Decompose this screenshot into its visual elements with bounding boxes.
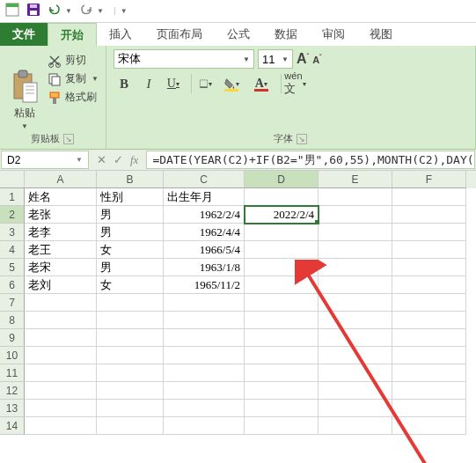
cell-D9[interactable] <box>245 329 319 347</box>
cell-E14[interactable] <box>319 417 392 435</box>
font-color-button[interactable]: A▾ <box>251 74 272 93</box>
tab-home[interactable]: 开始 <box>48 23 97 46</box>
cell-A1[interactable]: 姓名 <box>25 188 97 206</box>
cell-B5[interactable]: 男 <box>97 259 164 276</box>
cell-C8[interactable] <box>164 312 245 329</box>
cell-D11[interactable] <box>245 364 319 382</box>
cell-D10[interactable] <box>245 347 319 364</box>
cell-E3[interactable] <box>319 224 392 241</box>
clipboard-dialog-launcher[interactable]: ↘ <box>63 134 74 144</box>
row-header-2[interactable]: 2 <box>0 206 25 224</box>
fill-color-button[interactable]: ▾ <box>221 74 242 93</box>
cell-F12[interactable] <box>392 382 466 400</box>
cell-A12[interactable] <box>25 382 97 400</box>
cell-C3[interactable]: 1962/4/4 <box>164 224 245 241</box>
row-header-5[interactable]: 5 <box>0 259 25 276</box>
row-header-4[interactable]: 4 <box>0 241 25 259</box>
cell-D12[interactable] <box>245 382 319 400</box>
cell-B13[interactable] <box>97 400 164 417</box>
cell-D1[interactable] <box>245 188 319 206</box>
cell-F10[interactable] <box>392 347 466 364</box>
cell-F11[interactable] <box>392 364 466 382</box>
cell-E10[interactable] <box>319 347 392 364</box>
row-header-13[interactable]: 13 <box>0 400 25 417</box>
cell-F6[interactable] <box>392 276 466 294</box>
cell-E11[interactable] <box>319 364 392 382</box>
cell-F7[interactable] <box>392 294 466 312</box>
cell-C5[interactable]: 1963/1/8 <box>164 259 245 276</box>
tab-view[interactable]: 视图 <box>357 23 405 46</box>
cell-F1[interactable] <box>392 188 466 206</box>
cell-F14[interactable] <box>392 417 466 435</box>
cell-A6[interactable]: 老刘 <box>25 276 97 294</box>
cell-A4[interactable]: 老王 <box>25 241 97 259</box>
cell-F4[interactable] <box>392 241 466 259</box>
cell-C6[interactable]: 1965/11/2 <box>164 276 245 294</box>
cell-E9[interactable] <box>319 329 392 347</box>
cell-C2[interactable]: 1962/2/4 <box>164 206 245 224</box>
row-header-11[interactable]: 11 <box>0 364 25 382</box>
row-header-6[interactable]: 6 <box>0 276 25 294</box>
cell-F3[interactable] <box>392 224 466 241</box>
cell-C14[interactable] <box>164 417 245 435</box>
cell-B14[interactable] <box>97 417 164 435</box>
paste-button[interactable]: 粘贴 ▼ <box>7 49 42 130</box>
cell-A3[interactable]: 老李 <box>25 224 97 241</box>
cancel-formula-icon[interactable]: ✕ <box>97 153 106 166</box>
cell-B6[interactable]: 女 <box>97 276 164 294</box>
phonetic-button[interactable]: wén文▾ <box>281 74 302 93</box>
cell-C9[interactable] <box>164 329 245 347</box>
cell-C12[interactable] <box>164 382 245 400</box>
save-icon[interactable] <box>26 3 40 19</box>
cell-E7[interactable] <box>319 294 392 312</box>
cell-C11[interactable] <box>164 364 245 382</box>
cell-E4[interactable] <box>319 241 392 259</box>
cell-B1[interactable]: 性别 <box>97 188 164 206</box>
cell-D13[interactable] <box>245 400 319 417</box>
cell-E6[interactable] <box>319 276 392 294</box>
row-header-14[interactable]: 14 <box>0 417 25 435</box>
cell-C1[interactable]: 出生年月 <box>164 188 245 206</box>
cell-A11[interactable] <box>25 364 97 382</box>
column-header-C[interactable]: C <box>164 171 245 188</box>
column-header-F[interactable]: F <box>392 171 466 188</box>
row-header-1[interactable]: 1 <box>0 188 25 206</box>
copy-button[interactable]: 复制▼ <box>48 71 99 86</box>
cell-D14[interactable] <box>245 417 319 435</box>
tab-review[interactable]: 审阅 <box>310 23 357 46</box>
italic-button[interactable]: I <box>138 74 159 93</box>
cell-D7[interactable] <box>245 294 319 312</box>
cell-B8[interactable] <box>97 312 164 329</box>
cell-B9[interactable] <box>97 329 164 347</box>
cell-C13[interactable] <box>164 400 245 417</box>
cell-D2[interactable]: 2022/2/4 <box>245 206 319 224</box>
row-header-9[interactable]: 9 <box>0 329 25 347</box>
column-header-E[interactable]: E <box>319 171 392 188</box>
row-header-8[interactable]: 8 <box>0 312 25 329</box>
font-size-select[interactable]: 11▼ <box>258 49 293 69</box>
redo-dropdown[interactable]: ▼ <box>97 7 104 15</box>
cell-F2[interactable] <box>392 206 466 224</box>
cut-button[interactable]: 剪切 <box>48 53 99 68</box>
cell-B2[interactable]: 男 <box>97 206 164 224</box>
cell-A5[interactable]: 老宋 <box>25 259 97 276</box>
increase-font-icon[interactable]: Aˆ <box>297 51 309 67</box>
column-header-B[interactable]: B <box>97 171 164 188</box>
cell-B12[interactable] <box>97 382 164 400</box>
row-header-3[interactable]: 3 <box>0 224 25 241</box>
cell-A14[interactable] <box>25 417 97 435</box>
cell-C4[interactable]: 1966/5/4 <box>164 241 245 259</box>
row-header-10[interactable]: 10 <box>0 347 25 364</box>
cell-E1[interactable] <box>319 188 392 206</box>
cell-D4[interactable] <box>245 241 319 259</box>
tab-file[interactable]: 文件 <box>0 23 48 46</box>
undo-dropdown[interactable]: ▼ <box>65 7 72 15</box>
bold-button[interactable]: B <box>114 74 135 93</box>
cell-C7[interactable] <box>164 294 245 312</box>
accept-formula-icon[interactable]: ✓ <box>114 153 123 166</box>
cell-A8[interactable] <box>25 312 97 329</box>
tab-layout[interactable]: 页面布局 <box>144 23 215 46</box>
spreadsheet-grid[interactable]: ABCDEF 1姓名性别出生年月2老张男1962/2/42022/2/43老李男… <box>0 171 476 435</box>
undo-icon[interactable] <box>48 3 62 19</box>
underline-button[interactable]: U▾ <box>163 74 184 93</box>
